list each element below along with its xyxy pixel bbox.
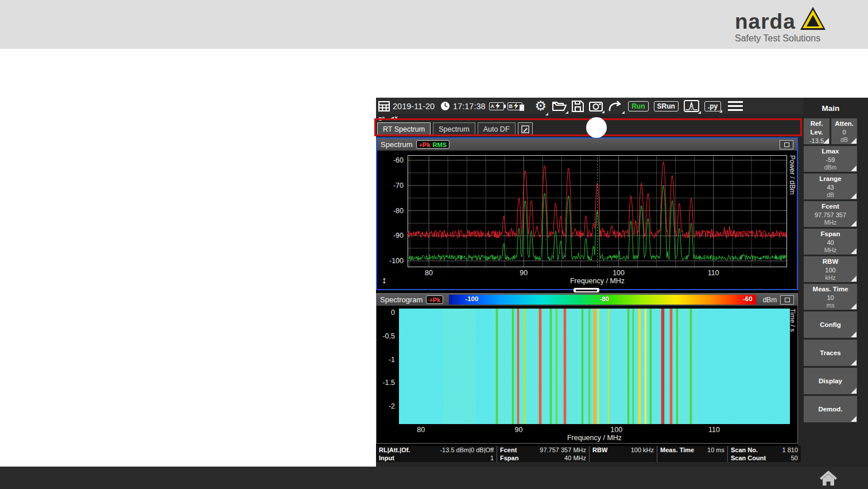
python-script-button[interactable]: .py (704, 101, 721, 111)
spectrogram-x-tick-label: 80 (410, 426, 431, 434)
measurement-statusbar: RL|Att.|Of.-13.5 dBm|0 dB|Off Input1 Fce… (376, 446, 801, 462)
date-display: 2019-11-20 (393, 102, 435, 111)
status-col-frequency: Fcent97.757 357 MHz Fspan40 MHz (497, 446, 590, 462)
badge-pk: +Pk (429, 297, 440, 303)
spectrogram-y-tick-label: -0.5 (382, 332, 395, 340)
softkey-atten[interactable]: Atten. 0 dB (831, 118, 857, 144)
spectrogram-colorbar: -100 -80 -60 (449, 295, 755, 305)
run-button[interactable]: Run (628, 101, 648, 111)
spectrum-panel-title: Spectrum (381, 140, 413, 149)
softkey-display[interactable]: Display (804, 368, 857, 394)
srun-button[interactable]: SRun (654, 101, 679, 111)
spectrogram-y-tick-label: -1 (389, 356, 395, 364)
taskbar (0, 467, 868, 489)
colorbar-unit: dBm (763, 296, 777, 304)
sidebar-header: Main (804, 98, 858, 118)
spectrogram-noise-texture (399, 309, 790, 424)
panel-splitter-handle[interactable] (574, 288, 599, 292)
logo-wordmark: narda (735, 11, 796, 32)
softkey-meas-time[interactable]: Meas. Time 10 ms (804, 284, 857, 310)
pencil-icon (521, 125, 529, 133)
spectrum-maximize-button[interactable] (780, 140, 793, 149)
softkey-demod[interactable]: Demod. (804, 396, 857, 422)
narda-triangle-icon (800, 7, 826, 32)
toolbar: 2019-11-20 17:17:38 A B ⚙ (376, 98, 804, 114)
replay-arrow-icon[interactable] (608, 101, 623, 112)
save-floppy-icon[interactable] (572, 101, 584, 112)
device-screen: 2019-11-20 17:17:38 A B ⚙ (376, 98, 868, 467)
spectrum-trace-rms (408, 186, 787, 260)
screenshot-camera-icon[interactable] (589, 101, 603, 111)
colorbar-min-label: -100 (465, 295, 478, 302)
narda-logo: narda Safety Test Solutions (735, 7, 838, 43)
status-col-meas-time: Meas. Time10 ms (657, 446, 728, 462)
spectrogram-x-tick-label: 100 (606, 426, 627, 434)
calendar-icon (378, 101, 390, 111)
spectrum-view-icon[interactable] (684, 100, 699, 112)
view-tabbar: RT Spectrum Spectrum Auto DF (376, 121, 804, 137)
status-col-rbw: RBW100 kHz (590, 446, 657, 462)
spectrogram-y-tick-label: 0 (391, 309, 395, 317)
spectrogram-plot[interactable] (399, 309, 790, 424)
tab-spectrum[interactable]: Spectrum (433, 122, 475, 136)
vertical-resize-icon[interactable]: ↕ (382, 275, 386, 286)
spectrogram-y-axis-label: Time / s (789, 309, 796, 424)
softkey-lmax[interactable]: Lmax -59 dBm (804, 146, 857, 172)
clock-icon (440, 101, 450, 111)
record-indicator-icon: oⁿ (378, 115, 385, 122)
spectrum-x-tick-label: 110 (703, 269, 724, 277)
spectrum-x-tick-label: 100 (609, 269, 629, 277)
open-folder-icon[interactable] (552, 101, 567, 112)
spectrogram-panel-title: Spectrogram (380, 295, 423, 304)
battery-a-icon: A (489, 102, 504, 110)
spectrogram-x-axis-label: Frequency / MHz (399, 434, 790, 442)
page: narda Safety Test Solutions 2019-11-20 1… (0, 0, 868, 489)
status-col-scan: Scan No.1 810 Scan Count50 (728, 446, 801, 462)
speaker-muted-icon: ◄× (389, 115, 397, 121)
spectrum-y-tick-label: -60 (393, 156, 404, 164)
softkey-rbw[interactable]: RBW 100 kHz (804, 256, 857, 282)
badge-rms: RMS (433, 141, 447, 148)
trace-badges: +Pk RMS (416, 140, 450, 149)
spectrum-plot[interactable] (408, 155, 787, 267)
spectrum-panel-titlebar[interactable]: Spectrum +Pk RMS (377, 138, 797, 151)
softkey-fcent[interactable]: Fcent 97.757 357 MHz (804, 201, 857, 227)
softkey-ref-level[interactable]: Ref. Lev. -13.5 dBm (804, 118, 830, 144)
spectrum-y-axis: -60-70-80-90-100 (383, 155, 406, 267)
spectrogram-y-axis: 0-0.5-1-1.5-2 (380, 309, 396, 424)
spectrogram-x-tick-label: 110 (704, 426, 724, 434)
spectrogram-y-tick-label: -2 (389, 402, 395, 410)
softkey-fspan[interactable]: Fspan 40 MHz (804, 229, 857, 255)
battery-b-icon: B (507, 102, 522, 110)
spectrum-y-axis-label: Power / dBm (788, 155, 796, 267)
spectrogram-x-axis: 8090100110 (399, 426, 790, 434)
home-icon[interactable] (819, 469, 838, 487)
colorbar-max-label: -60 (743, 295, 753, 302)
menu-hamburger-icon[interactable] (728, 101, 743, 111)
spectrum-y-tick-label: -100 (389, 257, 404, 265)
spectrum-x-tick-label: 90 (513, 269, 534, 277)
softkey-traces[interactable]: Traces (804, 340, 857, 366)
spectrogram-panel-titlebar[interactable]: Spectrogram +Pk -100 -80 -60 dBm (377, 294, 797, 306)
spectrum-y-tick-label: -70 (393, 182, 404, 190)
spectrum-x-axis-label: Frequency / MHz (408, 277, 787, 285)
time-display: 17:17:38 (453, 102, 485, 111)
softkey-config[interactable]: Config (804, 311, 857, 338)
spectrum-panel: Spectrum +Pk RMS -60-70-80-90-100 809010… (376, 137, 798, 290)
spectrogram-panel: Spectrogram +Pk -100 -80 -60 dBm 0-0.5-1… (376, 293, 798, 444)
softkey-sidebar: Main Ref. Lev. -13.5 dBm Atten. 0 dB Lma (804, 98, 858, 467)
spectrum-x-axis: 8090100110 (408, 269, 787, 278)
badge-pk: +Pk (419, 141, 431, 148)
tab-auto-df[interactable]: Auto DF (478, 122, 516, 136)
spectrum-y-tick-label: -90 (393, 232, 404, 240)
softkey-lrange[interactable]: Lrange 43 dB (804, 174, 857, 199)
settings-gear-icon[interactable]: ⚙ (535, 98, 547, 114)
spectrogram-maximize-button[interactable] (780, 295, 794, 305)
spectrogram-trace-badge: +Pk (426, 295, 443, 304)
status-col-level: RL|Att.|Of.-13.5 dBm|0 dB|Off Input1 (376, 446, 497, 462)
tab-rt-spectrum[interactable]: RT Spectrum (377, 122, 431, 136)
colorbar-mid-label: -80 (599, 295, 609, 302)
spectrum-x-tick-label: 80 (418, 269, 439, 277)
spectrum-y-tick-label: -80 (393, 207, 404, 215)
edit-tabs-button[interactable] (518, 122, 533, 136)
